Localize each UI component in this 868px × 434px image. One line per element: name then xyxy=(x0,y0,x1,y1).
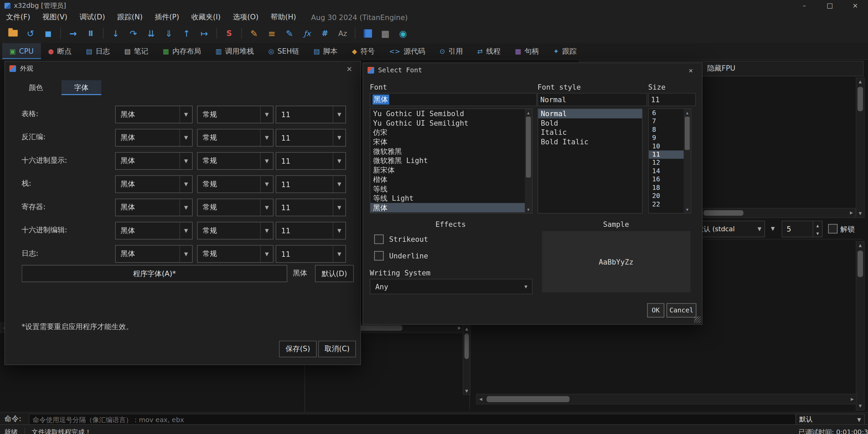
scrollbar-thumb[interactable] xyxy=(487,396,570,402)
size-list-scrollbar[interactable] xyxy=(684,109,691,213)
scroll-down-icon[interactable] xyxy=(463,388,470,394)
open-file-button[interactable] xyxy=(4,26,21,40)
dump-vertical-scrollbar[interactable] xyxy=(463,325,471,395)
log-size-select[interactable]: 11 xyxy=(276,245,346,263)
maximize-button[interactable]: □ xyxy=(817,0,843,11)
book-button[interactable] xyxy=(359,26,376,40)
step-into-button[interactable]: ↓ xyxy=(107,26,124,40)
style-list-item[interactable]: Italic xyxy=(538,128,642,137)
hexedit-font-select[interactable]: 黑体 xyxy=(115,222,193,239)
tab-cpu[interactable]: ▣ CPU xyxy=(2,43,41,59)
scroll-right-icon[interactable] xyxy=(849,395,856,403)
scroll-up-icon[interactable] xyxy=(684,110,691,116)
window-titlebar[interactable]: x32dbg [管理员] – □ × xyxy=(0,0,868,11)
cancel-button[interactable]: Cancel xyxy=(666,303,696,318)
tab-symbols[interactable]: ◆ 符号 xyxy=(345,43,382,59)
log-font-select[interactable]: 黑体 xyxy=(115,245,193,263)
scrollbar-thumb[interactable] xyxy=(685,117,690,150)
scroll-down-icon[interactable] xyxy=(525,206,532,213)
menu-trace[interactable]: 跟踪(N) xyxy=(111,11,149,23)
table-style-select[interactable]: 常规 xyxy=(197,106,274,123)
table-size-select[interactable]: 11 xyxy=(276,106,346,123)
execute-till-return-button[interactable]: ↑ xyxy=(178,26,195,40)
disassembly-font-select[interactable]: 黑体 xyxy=(115,129,193,147)
command-input[interactable] xyxy=(29,414,799,425)
font-list-item[interactable]: Yu Gothic UI Semibold xyxy=(370,109,532,119)
scroll-down-icon[interactable] xyxy=(684,206,691,213)
pause-button[interactable]: Ⅱ xyxy=(83,26,99,40)
stack-style-select[interactable]: 常规 xyxy=(197,175,274,193)
save-button[interactable]: 保存(S) xyxy=(279,341,317,357)
strings-button[interactable]: Az xyxy=(334,26,351,40)
tab-memory-map[interactable]: ▦ 内存布局 xyxy=(156,43,208,59)
disassembly-style-select[interactable]: 常规 xyxy=(197,129,274,147)
menu-favourites[interactable]: 收藏夹(I) xyxy=(185,11,227,23)
font-name-input[interactable]: 黑体 xyxy=(370,93,537,106)
label-button[interactable]: ✎ xyxy=(281,26,298,40)
underline-checkbox[interactable] xyxy=(374,251,384,260)
font-list-item[interactable]: Yu Gothic UI Semilight xyxy=(370,119,532,128)
scroll-right-icon[interactable] xyxy=(456,324,463,332)
lower-right-vertical-scrollbar[interactable] xyxy=(856,241,865,410)
stack-font-select[interactable]: 黑体 xyxy=(115,175,193,193)
scroll-down-icon[interactable] xyxy=(857,403,864,410)
hash-button[interactable]: # xyxy=(317,26,333,40)
menu-help[interactable]: 帮助(H) xyxy=(265,11,302,23)
patch-button[interactable]: ✎ xyxy=(246,26,262,40)
strikeout-checkbox[interactable] xyxy=(374,235,384,244)
tab-call-stack[interactable]: ▥ 调用堆栈 xyxy=(208,43,261,59)
scroll-up-icon[interactable] xyxy=(857,78,864,85)
menu-options[interactable]: 选项(O) xyxy=(227,11,264,23)
scroll-up-icon[interactable] xyxy=(463,326,470,332)
font-size-input[interactable]: 11 xyxy=(648,93,696,106)
close-icon[interactable]: × xyxy=(684,66,697,74)
tab-breakpoints[interactable]: ● 断点 xyxy=(41,43,79,59)
font-list-item[interactable]: 楷体 xyxy=(370,175,532,184)
convention-dropdown-arrow-button[interactable] xyxy=(767,221,779,236)
scrollbar-thumb[interactable] xyxy=(704,210,743,216)
calculator-button[interactable]: ▦ xyxy=(377,26,394,40)
registers-font-select[interactable]: 黑体 xyxy=(115,199,193,216)
run-button[interactable]: → xyxy=(65,26,82,40)
scroll-right-icon[interactable] xyxy=(848,209,855,217)
hexedit-size-select[interactable]: 11 xyxy=(276,222,346,239)
log-style-select[interactable]: 常规 xyxy=(197,245,274,263)
step-over-button[interactable]: ↷ xyxy=(125,26,142,40)
run-to-user-code-button[interactable]: ↦ xyxy=(196,26,213,40)
tab-handles[interactable]: ▦ 句柄 xyxy=(508,43,546,59)
scrollbar-thumb[interactable] xyxy=(857,251,863,277)
table-font-select[interactable]: 黑体 xyxy=(115,106,193,123)
scrollbar-thumb[interactable] xyxy=(526,117,531,178)
tab-script[interactable]: ▤ 脚本 xyxy=(306,43,345,59)
minimize-button[interactable]: – xyxy=(792,0,817,11)
scrollbar-thumb[interactable] xyxy=(465,333,469,359)
disassembly-size-select[interactable]: 11 xyxy=(276,129,346,147)
bottom-horizontal-scrollbar[interactable] xyxy=(476,394,857,404)
menu-debug[interactable]: 调试(D) xyxy=(73,11,111,23)
trace-into-button[interactable]: ⇊ xyxy=(143,26,159,40)
tab-fonts[interactable]: 字体 xyxy=(62,80,101,95)
font-list-item[interactable]: 等线 Light xyxy=(370,194,532,203)
appearance-dialog-titlebar[interactable]: 外观 × xyxy=(5,61,361,76)
settings-button[interactable]: ◉ xyxy=(395,26,411,40)
font-style-list[interactable]: Normal Bold Italic Bold Italic xyxy=(538,108,643,213)
menu-plugins[interactable]: 插件(P) xyxy=(149,11,185,23)
registers-vertical-scrollbar[interactable] xyxy=(856,77,865,218)
registers-style-select[interactable]: 常规 xyxy=(197,199,274,216)
font-size-list[interactable]: 6 7 8 9 10 11 12 14 16 18 20 22 xyxy=(648,108,691,213)
font-list-scrollbar[interactable] xyxy=(525,109,532,213)
close-icon[interactable]: × xyxy=(343,65,356,73)
tab-references[interactable]: ⊙ 引用 xyxy=(432,43,470,59)
scroll-down-icon[interactable] xyxy=(857,210,864,217)
calling-convention-select[interactable]: 默认 (stdcal xyxy=(693,221,765,237)
scroll-left-icon[interactable] xyxy=(477,395,484,403)
spin-down-icon[interactable] xyxy=(813,229,822,237)
tab-threads[interactable]: ⇄ 线程 xyxy=(470,43,508,59)
default-button[interactable]: 默认(D) xyxy=(315,265,354,282)
select-font-dialog-titlebar[interactable]: Select Font × xyxy=(363,63,702,77)
font-list-item[interactable]: 新宋体 xyxy=(370,165,532,175)
font-list-item-selected[interactable]: 黑体 xyxy=(370,203,532,213)
registers-size-select[interactable]: 11 xyxy=(276,199,346,216)
scroll-up-icon[interactable] xyxy=(525,110,532,116)
hexdump-size-select[interactable]: 11 xyxy=(276,152,346,170)
